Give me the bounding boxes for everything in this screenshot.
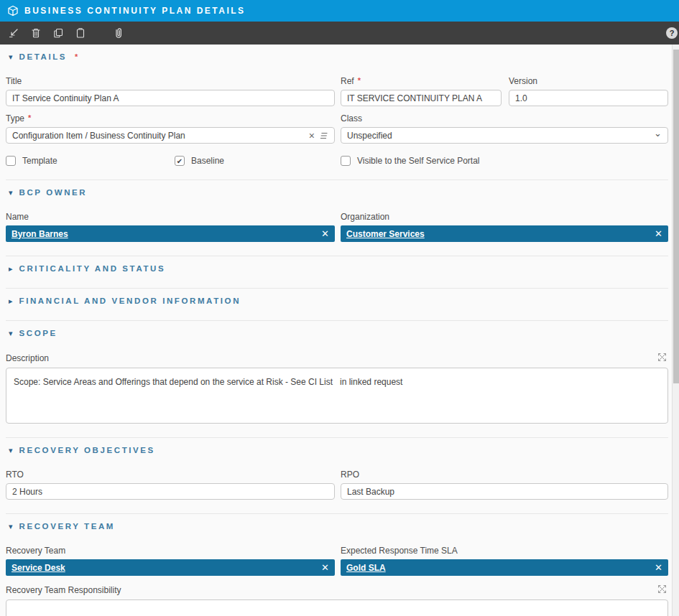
version-label: Version [509,76,668,86]
recovery-team-link[interactable]: Service Desk [11,563,65,573]
paste-button[interactable] [73,25,88,41]
response-sla-label: Expected Response Time SLA [341,546,668,556]
required-asterisk: * [28,113,31,122]
organization-pill[interactable]: Customer Services ✕ [341,225,668,242]
section-financial-vendor: ▸ FINANCIAL AND VENDOR INFORMATION [6,288,668,307]
expand-icon [657,584,667,594]
caret-down-icon: ▾ [9,523,13,531]
chevron-down-icon: ⌄ [654,131,662,136]
caret-right-icon: ▸ [9,297,13,305]
section-recovery-objectives: ▾ RECOVERY OBJECTIVES RTO 2 Hours RPO La… [6,437,668,500]
rpo-label: RPO [341,470,668,480]
vertical-scrollbar[interactable] [672,45,679,616]
remove-recovery-team-icon[interactable]: ✕ [321,562,329,573]
organization-label: Organization [341,212,668,222]
caret-down-icon: ▾ [9,53,13,61]
delete-button[interactable] [28,25,44,41]
class-select[interactable]: Unspecified ⌄ [341,127,668,144]
recovery-team-label: Recovery Team [6,546,335,556]
paperclip-icon [113,27,124,39]
caret-down-icon: ▾ [9,447,13,454]
baseline-checkbox-label: Baseline [191,156,224,166]
copy-button[interactable] [50,25,66,41]
title-label: Title [6,76,335,86]
rto-input[interactable]: 2 Hours [6,483,335,500]
page-title: BUSINESS CONTINUITY PLAN DETAILS [24,6,246,16]
section-header-recovery-team[interactable]: ▾ RECOVERY TEAM [6,520,668,532]
baseline-checkbox[interactable]: ✔ Baseline [175,156,224,166]
attachment-button[interactable] [111,25,126,41]
clear-type-icon[interactable]: × [309,130,315,141]
response-sla-pill[interactable]: Gold SLA ✕ [341,559,668,576]
ref-label: Ref* [341,76,502,86]
description-textarea[interactable]: Scope: Service Areas and Offerings that … [6,368,668,424]
owner-name-link[interactable]: Byron Barnes [11,229,68,239]
section-header-details[interactable]: ▾ DETAILS * [6,50,668,62]
section-details: ▾ DETAILS * Title IT Service Continuity … [6,45,668,166]
section-bcp-owner: ▾ BCP OWNER Name Byron Barnes ✕ Organiza… [6,179,668,242]
portal-checkbox-label: Visible to the Self Service Portal [357,156,480,166]
title-input[interactable]: IT Service Continuity Plan A [6,90,335,106]
description-label: Description [6,353,49,363]
portal-visible-checkbox[interactable]: Visible to the Self Service Portal [341,156,480,166]
ref-input[interactable]: IT SERVICE CONTINUITY PLAN A [341,90,502,106]
section-title-details: DETAILS [19,52,68,61]
caret-down-icon: ▾ [9,330,13,337]
section-title-criticality-status: CRITICALITY AND STATUS [19,264,166,273]
toolbar: ? [0,22,679,45]
form-content: ▾ DETAILS * Title IT Service Continuity … [0,45,679,616]
class-label: Class [341,113,668,123]
organization-link[interactable]: Customer Services [346,229,425,239]
section-title-recovery-team: RECOVERY TEAM [19,522,115,531]
browse-list-icon[interactable] [319,131,328,140]
checkbox-checked-icon: ✔ [175,156,185,166]
rpo-input[interactable]: Last Backup [341,483,668,500]
response-sla-link[interactable]: Gold SLA [346,563,386,573]
type-label: Type* [6,113,335,123]
scrollbar-thumb[interactable] [673,50,679,383]
expand-description-button[interactable] [657,353,667,364]
dock-arrow-icon [8,27,19,39]
section-scope: ▾ SCOPE Description Scope: Service Areas… [6,320,668,424]
section-title-financial-vendor: FINANCIAL AND VENDOR INFORMATION [19,297,241,305]
responsibility-label: Recovery Team Responsibility [6,585,121,595]
section-header-financial-vendor[interactable]: ▸ FINANCIAL AND VENDOR INFORMATION [6,294,668,307]
section-header-criticality-status[interactable]: ▸ CRITICALITY AND STATUS [6,262,668,274]
type-input[interactable]: Configuration Item / Business Continuity… [6,127,335,144]
trash-icon [30,27,42,39]
help-button[interactable]: ? [666,27,678,39]
remove-owner-icon[interactable]: ✕ [321,228,329,239]
owner-name-label: Name [6,212,335,222]
caret-right-icon: ▸ [9,265,13,273]
checkbox-unchecked-icon [6,156,16,166]
remove-sla-icon[interactable]: ✕ [655,562,662,573]
required-asterisk: * [75,52,78,61]
recovery-team-pill[interactable]: Service Desk ✕ [6,559,335,576]
responsibility-textarea[interactable]: Recovery Team Responsibilities [6,599,668,616]
remove-organization-icon[interactable]: ✕ [655,228,662,239]
expand-icon [657,353,667,362]
bcp-details-window: BUSINESS CONTINUITY PLAN DETAILS [0,0,679,616]
template-checkbox-label: Template [22,156,57,166]
section-header-bcp-owner[interactable]: ▾ BCP OWNER [6,186,668,198]
checkbox-unchecked-icon [341,156,351,166]
section-header-recovery-objectives[interactable]: ▾ RECOVERY OBJECTIVES [6,444,668,456]
section-criticality-status: ▸ CRITICALITY AND STATUS [6,256,668,274]
section-title-recovery-objectives: RECOVERY OBJECTIVES [19,446,155,454]
owner-name-pill[interactable]: Byron Barnes ✕ [6,225,335,242]
section-title-bcp-owner: BCP OWNER [19,188,88,197]
template-checkbox[interactable]: Template [6,156,175,166]
section-recovery-team: ▾ RECOVERY TEAM Recovery Team Service De… [6,513,668,616]
rto-label: RTO [6,470,335,480]
section-header-scope[interactable]: ▾ SCOPE [6,327,668,339]
required-asterisk: * [358,76,361,85]
cube-icon [7,5,19,17]
version-input[interactable]: 1.0 [509,90,668,106]
section-title-scope: SCOPE [19,329,57,337]
caret-down-icon: ▾ [9,189,13,197]
clipboard-icon [75,27,86,39]
dock-button[interactable] [6,25,22,41]
window-title-bar: BUSINESS CONTINUITY PLAN DETAILS [0,0,679,22]
copy-icon [52,27,64,39]
expand-responsibility-button[interactable] [657,584,667,596]
